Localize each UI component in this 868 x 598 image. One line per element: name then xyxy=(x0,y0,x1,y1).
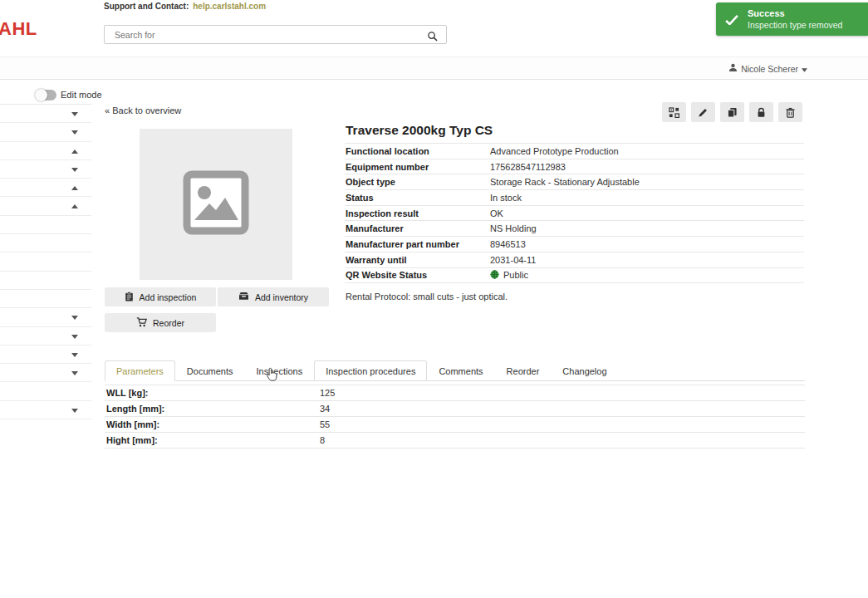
detail-value: NS Holding xyxy=(490,223,537,233)
search-input[interactable] xyxy=(105,26,446,43)
success-toast[interactable]: Success Inspection type removed xyxy=(716,2,868,36)
chevron-icon xyxy=(71,353,78,357)
tab-label: Changelog xyxy=(562,366,606,376)
parameter-label: Width [mm]: xyxy=(105,419,320,429)
sidebar-item[interactable] xyxy=(0,272,91,290)
detail-value-cell: OK xyxy=(490,208,503,218)
detail-value: 8946513 xyxy=(490,239,526,249)
chevron-down-icon xyxy=(802,64,807,74)
add-inventory-button[interactable]: Add inventory xyxy=(218,287,329,306)
detail-value-cell: Public xyxy=(490,270,528,281)
detail-value-cell: 2031-04-11 xyxy=(490,255,536,265)
detail-value: Public xyxy=(503,270,528,280)
edit-mode-toggle[interactable] xyxy=(36,90,56,100)
detail-row: Manufacturer part number 8946513 xyxy=(345,237,804,252)
global-search xyxy=(104,25,447,44)
search-icon[interactable] xyxy=(427,30,438,45)
edit-mode-label: Edit mode xyxy=(61,90,102,100)
chevron-icon xyxy=(71,150,78,154)
support-link[interactable]: help.carlstahl.com xyxy=(193,2,266,11)
parameter-label: Hight [mm]: xyxy=(105,435,320,445)
tab[interactable]: Inspection procedures xyxy=(314,360,427,381)
sidebar-item[interactable] xyxy=(0,252,91,271)
detail-row: Warranty until 2031-04-11 xyxy=(345,252,804,268)
toggle-knob-icon xyxy=(35,89,47,101)
sidebar-item[interactable] xyxy=(0,234,91,252)
detail-tabs: ParametersDocumentsInspectionsInspection… xyxy=(105,360,805,381)
reorder-label: Reorder xyxy=(153,318,184,328)
sidebar-item[interactable] xyxy=(0,382,91,400)
sidebar-item[interactable] xyxy=(0,105,91,123)
tab[interactable]: Parameters xyxy=(105,360,175,381)
parameter-label: Length [mm]: xyxy=(105,404,320,414)
detail-value: 2031-04-11 xyxy=(490,255,536,265)
sidebar-item[interactable] xyxy=(0,197,91,215)
page-title: Traverse 2000kg Typ CS xyxy=(345,123,804,143)
tab[interactable]: Changelog xyxy=(551,360,618,381)
detail-row: Inspection result OK xyxy=(345,206,804,222)
chevron-icon xyxy=(71,409,78,413)
asset-detail-table: Functional location Advanced Prototype P… xyxy=(345,143,804,283)
tab[interactable]: Comments xyxy=(427,360,494,381)
detail-label: Warranty until xyxy=(345,255,490,265)
chevron-icon xyxy=(71,316,78,320)
sidebar-item[interactable] xyxy=(0,364,91,382)
back-to-overview-link[interactable]: « Back to overview xyxy=(105,105,181,115)
detail-label: Object type xyxy=(345,177,490,187)
toast-message: Inspection type removed xyxy=(748,20,842,30)
cart-icon xyxy=(136,317,147,329)
duplicate-button[interactable] xyxy=(720,102,744,122)
product-image-placeholder xyxy=(140,129,292,280)
tab[interactable]: Reorder xyxy=(495,360,552,381)
checkmark-icon xyxy=(725,13,738,28)
sidebar: Edit mode xyxy=(0,86,91,419)
detail-label: Equipment number xyxy=(345,162,490,172)
detail-label: Manufacturer part number xyxy=(345,239,490,249)
archive-box-icon xyxy=(238,292,249,302)
image-placeholder-icon xyxy=(183,170,249,238)
globe-public-icon xyxy=(490,270,499,281)
tab-label: Reorder xyxy=(507,366,540,376)
reorder-button[interactable]: Reorder xyxy=(105,313,216,332)
tab[interactable]: Documents xyxy=(175,360,245,381)
sidebar-item[interactable] xyxy=(0,123,91,141)
add-inspection-button[interactable]: Add inspection xyxy=(105,287,216,306)
lock-button[interactable] xyxy=(749,102,773,122)
chevron-icon xyxy=(71,335,78,339)
sidebar-item[interactable] xyxy=(0,160,91,179)
detail-label: Manufacturer xyxy=(345,223,490,233)
rental-protocol-note: Rental Protocol: small cuts - just optic… xyxy=(345,292,804,301)
sidebar-item[interactable] xyxy=(0,401,91,419)
sidebar-items xyxy=(0,105,91,419)
main-nav: Nicole Scherer xyxy=(0,56,868,80)
support-label: Support and Contact: xyxy=(104,2,189,11)
sidebar-item[interactable] xyxy=(0,179,91,197)
sidebar-item[interactable] xyxy=(0,290,91,308)
detail-value: Advanced Prototype Production xyxy=(490,146,619,156)
tab-label: Inspection procedures xyxy=(326,366,415,376)
detail-value: In stock xyxy=(490,193,522,203)
edit-mode-row: Edit mode xyxy=(0,86,91,105)
tab-label: Inspections xyxy=(257,366,303,376)
user-menu[interactable]: Nicole Scherer xyxy=(728,57,807,80)
sidebar-item[interactable] xyxy=(0,327,91,346)
qr-code-button[interactable] xyxy=(662,102,686,122)
chevron-icon xyxy=(71,186,78,190)
sidebar-item[interactable] xyxy=(0,142,91,160)
detail-label: Functional location xyxy=(345,146,490,156)
sidebar-item[interactable] xyxy=(0,216,91,234)
sidebar-item[interactable] xyxy=(0,308,91,326)
chevron-icon xyxy=(71,204,78,208)
detail-value-cell: Advanced Prototype Production xyxy=(490,146,619,156)
detail-label: Status xyxy=(345,193,490,203)
sidebar-item[interactable] xyxy=(0,346,91,364)
tab[interactable]: Inspections xyxy=(245,360,315,381)
chevron-icon xyxy=(71,168,78,172)
support-contact-line: Support and Contact:help.carlstahl.com xyxy=(104,2,266,11)
detail-value-cell: In stock xyxy=(490,193,522,203)
edit-button[interactable] xyxy=(691,102,715,122)
delete-button[interactable] xyxy=(778,102,802,122)
parameter-row: Length [mm]: 34 xyxy=(105,401,805,417)
detail-row: Manufacturer NS Holding xyxy=(345,221,804,237)
add-inventory-label: Add inventory xyxy=(255,292,308,302)
